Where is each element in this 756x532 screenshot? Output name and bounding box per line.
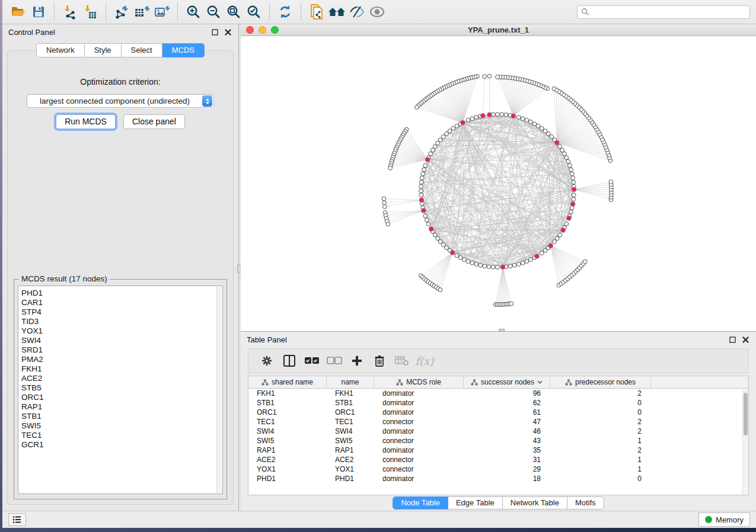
search-input[interactable] [589,8,746,16]
network-node[interactable] [558,233,562,237]
mcds-node[interactable] [429,227,433,232]
network-node[interactable] [419,189,423,193]
network-node[interactable] [466,118,470,122]
task-history-button[interactable] [8,513,26,526]
network-node[interactable] [487,74,492,78]
tab-mcds[interactable]: MCDS [162,43,205,57]
network-node[interactable] [496,113,500,117]
hide-selected-button[interactable] [347,2,367,21]
network-node[interactable] [474,262,479,267]
table-cell[interactable]: PHD1 [248,475,327,483]
table-cell[interactable]: 0 [550,475,651,483]
table-cell[interactable]: 61 [464,408,550,416]
network-node[interactable] [567,164,572,168]
tab-style[interactable]: Style [85,43,122,57]
create-column-button[interactable] [346,351,368,371]
mcds-result-item[interactable]: FKH1 [21,364,222,374]
network-window-titlebar[interactable]: YPA_prune.txt_1 [241,24,756,36]
close-panel-icon[interactable] [224,28,232,37]
network-node[interactable] [419,184,423,188]
list-scrollbar[interactable] [216,287,222,493]
table-row[interactable]: STB1STB1dominator620 [248,398,748,408]
table-cell[interactable]: 2 [550,418,651,426]
table-cell[interactable]: 31 [464,456,550,464]
tab-network[interactable]: Network [36,43,85,57]
refresh-button[interactable] [275,2,295,21]
mcds-node[interactable] [561,227,566,232]
network-node[interactable] [429,152,433,156]
network-node[interactable] [451,126,455,130]
table-cell[interactable]: 2 [550,427,651,435]
network-node[interactable] [466,259,470,264]
mcds-result-item[interactable]: STB1 [21,412,222,421]
node-table[interactable]: shared namenameMCDS rolesuccessor nodesp… [248,376,749,495]
optimization-dropdown[interactable]: largest connected component (undirected) [27,94,214,108]
table-row[interactable]: ACE2ACE2connector311 [248,455,748,464]
network-node[interactable] [529,258,533,262]
mcds-result-item[interactable]: STP4 [21,307,222,317]
table-cell[interactable]: YOX1 [327,465,374,473]
table-cell[interactable]: ORC1 [248,408,327,416]
network-node[interactable] [382,204,387,209]
mcds-node[interactable] [534,254,539,259]
network-node[interactable] [496,265,500,270]
table-cell[interactable]: 1 [550,465,651,473]
network-node[interactable] [571,176,575,180]
delete-column-button[interactable] [368,351,391,371]
table-cell[interactable]: STB1 [327,399,374,407]
column-header-MCDS-role[interactable]: MCDS role [374,376,464,388]
table-cell[interactable]: SWI5 [248,437,327,445]
table-cell[interactable]: SWI4 [248,427,327,435]
mcds-node[interactable] [421,208,426,213]
table-row[interactable]: FKH1FKH1dominator962 [248,389,748,398]
network-node[interactable] [521,117,525,121]
column-header-shared-name[interactable]: shared name [248,376,327,388]
export-table-button[interactable] [132,2,152,21]
table-cell[interactable]: 43 [464,437,550,445]
clone-network-button[interactable] [307,2,327,21]
close-table-panel-icon[interactable] [741,335,750,344]
network-node[interactable] [487,265,491,269]
zoom-out-button[interactable] [203,2,224,21]
mcds-node[interactable] [487,113,492,117]
table-scrollbar-thumb[interactable] [744,393,748,435]
network-node[interactable] [430,148,435,152]
network-node[interactable] [504,113,508,117]
mcds-result-item[interactable]: SRD1 [21,345,222,355]
network-node[interactable] [543,129,547,133]
table-cell[interactable]: TEC1 [248,418,327,426]
show-all-button[interactable] [367,2,387,21]
table-cell[interactable]: 0 [550,399,651,407]
table-cell[interactable]: dominator [374,427,464,435]
network-node[interactable] [479,263,483,267]
table-cell[interactable]: dominator [374,475,464,483]
mcds-result-item[interactable]: TID3 [21,317,222,326]
table-row[interactable]: PHD1PHD1dominator180 [248,474,748,483]
network-node[interactable] [532,122,537,126]
mcds-result-item[interactable]: PHD1 [21,289,222,298]
table-cell[interactable]: dominator [374,408,464,416]
deselect-all-columns-button[interactable] [323,351,346,371]
table-cell[interactable]: 29 [464,465,550,473]
mcds-result-item[interactable]: TEC1 [21,431,222,440]
network-node[interactable] [564,156,569,160]
network-node[interactable] [540,126,544,130]
network-node[interactable] [458,256,462,260]
show-column-panel-button[interactable] [278,351,301,371]
mcds-node[interactable] [566,216,571,220]
mcds-node[interactable] [570,201,575,206]
column-header-name[interactable]: name [327,376,374,388]
network-node[interactable] [512,263,516,267]
table-cell[interactable]: 2 [550,446,651,454]
network-node[interactable] [455,124,459,128]
mcds-node[interactable] [460,120,465,125]
network-node[interactable] [566,159,570,164]
network-node[interactable] [470,117,474,121]
network-node[interactable] [483,75,487,79]
network-node[interactable] [572,197,576,201]
table-cell[interactable]: SWI5 [327,437,374,445]
table-cell[interactable]: PHD1 [327,475,374,483]
column-header-predecessor-nodes[interactable]: predecessor nodes [550,376,651,388]
table-cell[interactable]: 62 [464,399,550,407]
network-node[interactable] [540,251,544,255]
